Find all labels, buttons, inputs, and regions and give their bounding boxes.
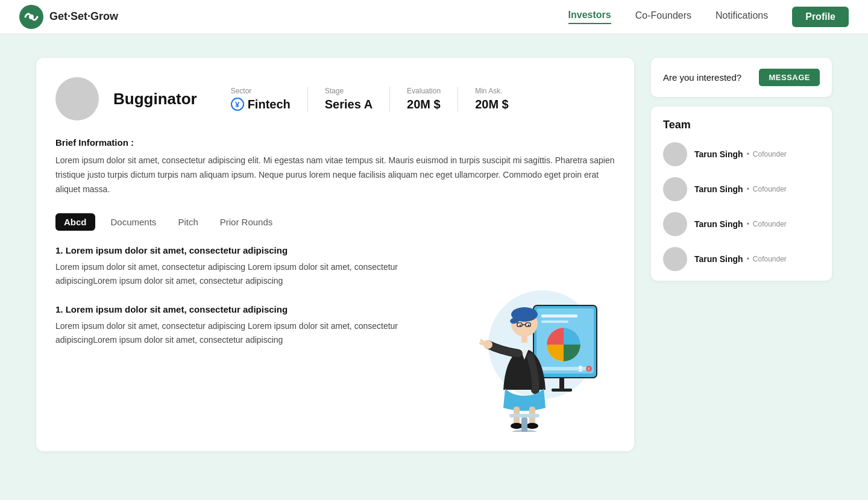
team-member-4: Tarun Singh • Cofounder bbox=[663, 247, 820, 271]
nav-links: Investors Co-Founders Notifications Prof… bbox=[568, 7, 849, 27]
svg-text:!: ! bbox=[588, 367, 590, 371]
team-member-3: Tarun Singh • Cofounder bbox=[663, 212, 820, 236]
stat-sector: Sector ¥ Fintech bbox=[231, 87, 308, 111]
member-avatar-2 bbox=[663, 177, 687, 201]
svg-line-27 bbox=[481, 340, 485, 343]
startup-avatar bbox=[55, 77, 99, 120]
pitch-section-1-text: Lorem ipsum dolor sit amet, consectetur … bbox=[55, 260, 444, 287]
stat-min-ask: Min Ask. 20M $ bbox=[458, 87, 526, 111]
svg-rect-13 bbox=[559, 378, 564, 390]
member-avatar-4 bbox=[663, 247, 687, 271]
nav-link-cofounders[interactable]: Co-Founders bbox=[635, 10, 691, 23]
min-ask-label: Min Ask. bbox=[475, 87, 509, 95]
team-member-2: Tarun Singh • Cofounder bbox=[663, 177, 820, 201]
tabs: Abcd Documents Pitch Prior Rounds bbox=[55, 213, 615, 231]
stage-label: Stage bbox=[325, 87, 373, 95]
member-role-2: Cofounder bbox=[753, 185, 787, 193]
team-title: Team bbox=[663, 119, 820, 131]
svg-rect-14 bbox=[552, 389, 572, 392]
svg-point-21 bbox=[528, 325, 530, 327]
team-card: Team Tarun Singh • Cofounder Tarun Singh… bbox=[651, 107, 832, 281]
svg-rect-12 bbox=[579, 370, 582, 372]
startup-stats: Sector ¥ Fintech Stage Series A Evaluati… bbox=[231, 87, 615, 111]
sector-icon: ¥ bbox=[231, 98, 244, 111]
nav-link-investors[interactable]: Investors bbox=[568, 10, 611, 24]
profile-button[interactable]: Profile bbox=[792, 7, 849, 27]
svg-rect-33 bbox=[509, 414, 539, 417]
brief-info-text: Lorem ipsum dolor sit amet, consectetur … bbox=[55, 154, 615, 196]
startup-card: Bugginator Sector ¥ Fintech Stage Series… bbox=[36, 58, 634, 451]
tab-pitch[interactable]: Pitch bbox=[172, 213, 204, 231]
nav-link-notifications[interactable]: Notifications bbox=[715, 10, 768, 23]
pitch-sections: 1. Lorem ipsum dolor sit amet, consectet… bbox=[55, 245, 615, 432]
pitch-section-2-title: 1. Lorem ipsum dolor sit amet, consectet… bbox=[55, 304, 444, 314]
pitch-section-1-title: 1. Lorem ipsum dolor sit amet, consectet… bbox=[55, 245, 444, 255]
evaluation-label: Evaluation bbox=[407, 87, 441, 95]
member-role-1: Cofounder bbox=[753, 150, 787, 158]
illustration-svg: ! bbox=[464, 251, 609, 432]
svg-point-32 bbox=[526, 423, 538, 429]
tab-prior-rounds[interactable]: Prior Rounds bbox=[214, 213, 279, 231]
pitch-section-1: 1. Lorem ipsum dolor sit amet, consectet… bbox=[55, 245, 444, 287]
member-avatar-1 bbox=[663, 142, 687, 166]
member-role-4: Cofounder bbox=[753, 255, 787, 263]
pitch-section-2: 1. Lorem ipsum dolor sit amet, consectet… bbox=[55, 304, 444, 346]
member-name-2: Tarun Singh bbox=[694, 184, 743, 194]
interest-text: Are you interested? bbox=[663, 72, 741, 83]
svg-rect-5 bbox=[541, 314, 577, 317]
pitch-illustration: ! bbox=[458, 245, 615, 432]
svg-rect-6 bbox=[541, 320, 568, 323]
team-member-1: Tarun Singh • Cofounder bbox=[663, 142, 820, 166]
member-name-1: Tarun Singh bbox=[694, 149, 743, 159]
pitch-text-col: 1. Lorem ipsum dolor sit amet, consectet… bbox=[55, 245, 444, 432]
logo-text: Get·Set·Grow bbox=[49, 10, 118, 23]
svg-rect-25 bbox=[521, 336, 527, 343]
member-info-3: Tarun Singh • Cofounder bbox=[694, 219, 787, 229]
min-ask-value: 20M $ bbox=[475, 98, 509, 111]
pitch-section-2-text: Lorem ipsum dolor sit amet, consectetur … bbox=[55, 319, 444, 346]
member-name-4: Tarun Singh bbox=[694, 254, 743, 264]
member-role-3: Cofounder bbox=[753, 220, 787, 228]
stat-evaluation: Evaluation 20M $ bbox=[390, 87, 458, 111]
svg-point-11 bbox=[579, 366, 582, 369]
navbar: Get·Set·Grow Investors Co-Founders Notif… bbox=[0, 0, 868, 34]
tab-abcd[interactable]: Abcd bbox=[55, 213, 95, 231]
member-info-4: Tarun Singh • Cofounder bbox=[694, 254, 787, 264]
member-avatar-3 bbox=[663, 212, 687, 236]
main-content: Bugginator Sector ¥ Fintech Stage Series… bbox=[0, 34, 868, 475]
brief-info-label: Brief Information : bbox=[55, 137, 615, 148]
sector-label: Sector bbox=[231, 87, 291, 95]
stage-value: Series A bbox=[325, 98, 373, 111]
member-info-1: Tarun Singh • Cofounder bbox=[694, 149, 787, 159]
svg-line-28 bbox=[480, 343, 485, 345]
sector-text: Fintech bbox=[248, 98, 291, 111]
interest-card: Are you interested? MESSAGE bbox=[651, 58, 832, 97]
right-panel: Are you interested? MESSAGE Team Tarun S… bbox=[651, 58, 832, 281]
svg-point-1 bbox=[29, 14, 34, 19]
member-info-2: Tarun Singh • Cofounder bbox=[694, 184, 787, 194]
message-button[interactable]: MESSAGE bbox=[759, 69, 820, 86]
startup-name: Bugginator bbox=[113, 90, 197, 108]
sector-value: ¥ Fintech bbox=[231, 98, 291, 111]
member-name-3: Tarun Singh bbox=[694, 219, 743, 229]
evaluation-value: 20M $ bbox=[407, 98, 441, 111]
startup-header: Bugginator Sector ¥ Fintech Stage Series… bbox=[55, 77, 615, 120]
tab-documents[interactable]: Documents bbox=[105, 213, 163, 231]
svg-point-35 bbox=[511, 430, 538, 432]
logo[interactable]: Get·Set·Grow bbox=[19, 5, 118, 29]
svg-point-20 bbox=[520, 325, 521, 327]
logo-icon bbox=[19, 5, 43, 29]
svg-point-31 bbox=[511, 423, 523, 429]
stat-stage: Stage Series A bbox=[308, 87, 390, 111]
